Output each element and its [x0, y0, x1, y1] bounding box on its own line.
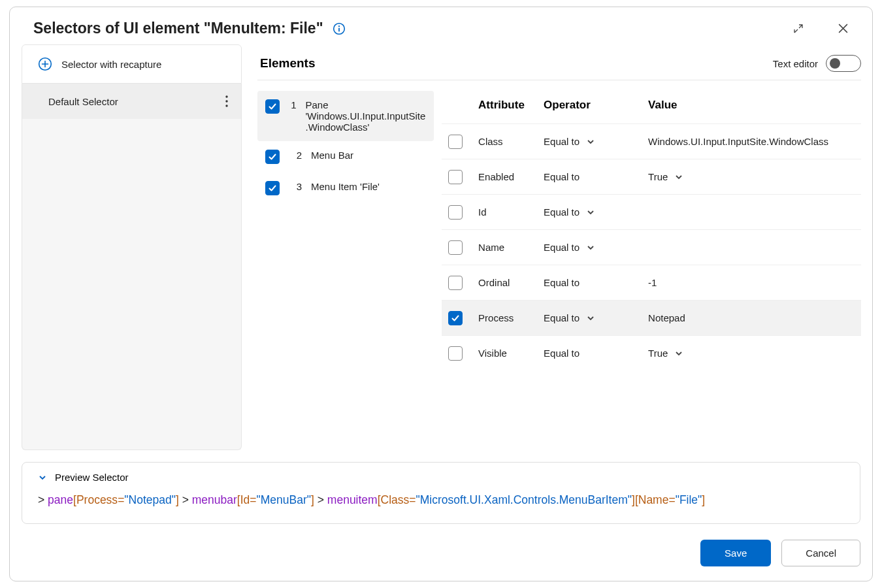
attribute-name: Name	[478, 242, 544, 253]
attribute-checkbox[interactable]	[448, 205, 463, 220]
more-vertical-icon[interactable]	[221, 94, 232, 108]
code-token-eq: =	[118, 493, 124, 506]
chevron-down-icon	[586, 208, 595, 217]
chevron-down-icon	[586, 243, 595, 252]
text-editor-label: Text editor	[773, 58, 818, 69]
chevron-down-icon	[586, 137, 595, 146]
plus-circle-icon	[38, 57, 52, 71]
attribute-name: Class	[478, 136, 544, 147]
code-token-op: >	[179, 493, 192, 506]
code-token-attr: Class	[381, 493, 410, 506]
attribute-checkbox[interactable]	[448, 170, 463, 184]
element-checkbox[interactable]	[265, 181, 280, 195]
element-row[interactable]: 1Pane 'Windows.UI.Input.InputSite.Window…	[257, 91, 434, 141]
attribute-row[interactable]: OrdinalEqual to-1	[442, 265, 861, 300]
preview-label: Preview Selector	[55, 472, 129, 483]
attribute-operator-dropdown[interactable]: Equal to	[544, 206, 648, 218]
col-operator: Operator	[544, 99, 648, 112]
element-row[interactable]: 3Menu Item 'File'	[257, 172, 434, 204]
info-icon[interactable]	[333, 22, 346, 35]
attribute-checkbox[interactable]	[448, 276, 463, 290]
element-label: Menu Item 'File'	[311, 181, 380, 192]
code-token-attr: Name	[638, 493, 669, 506]
attribute-checkbox[interactable]	[448, 240, 463, 255]
chevron-down-icon	[586, 314, 595, 323]
code-token-attr: Id	[240, 493, 250, 506]
chevron-down-icon	[674, 349, 683, 358]
attribute-checkbox[interactable]	[448, 135, 463, 149]
attribute-name: Enabled	[478, 171, 544, 182]
elements-heading: Elements	[260, 56, 315, 71]
attribute-row[interactable]: EnabledEqual toTrue	[442, 159, 861, 194]
attribute-row[interactable]: NameEqual to	[442, 229, 861, 265]
attribute-value[interactable]: -1	[648, 277, 828, 288]
chevron-down-icon	[674, 172, 683, 182]
col-value: Value	[648, 99, 828, 112]
save-button[interactable]: Save	[700, 540, 771, 566]
svg-point-5	[225, 100, 227, 102]
attribute-checkbox[interactable]	[448, 311, 463, 325]
chevron-down-icon	[38, 473, 47, 482]
code-token-op: >	[38, 493, 48, 506]
attribute-value-dropdown[interactable]: True	[648, 348, 828, 359]
element-label: Pane 'Windows.UI.Input.InputSite.WindowC…	[306, 99, 427, 133]
element-index: 3	[289, 181, 302, 192]
code-token-str: "File"	[676, 493, 702, 506]
close-icon[interactable]	[834, 19, 853, 38]
toggle-knob	[830, 58, 840, 69]
expand-icon[interactable]	[789, 20, 808, 38]
attribute-row[interactable]: VisibleEqual toTrue	[442, 335, 861, 370]
attribute-name: Id	[478, 206, 544, 218]
dialog-header: Selectors of UI element "MenuItem: File"	[10, 7, 872, 44]
selector-sidebar: Selector with recapture Default Selector	[22, 44, 242, 450]
element-row[interactable]: 2Menu Bar	[257, 141, 434, 172]
element-index: 2	[289, 150, 302, 161]
code-token-op: >	[314, 493, 327, 506]
attribute-operator-dropdown[interactable]: Equal to	[544, 171, 648, 182]
attribute-operator-dropdown[interactable]: Equal to	[544, 348, 648, 359]
code-token-el: menubar	[192, 493, 237, 506]
svg-point-1	[338, 25, 339, 27]
code-token-eq: =	[409, 493, 416, 506]
selector-item-label: Default Selector	[48, 96, 118, 107]
attribute-operator-dropdown[interactable]: Equal to	[544, 312, 648, 323]
code-token-attr: Process	[76, 493, 118, 506]
code-token-str: "MenuBar"	[257, 493, 311, 506]
selector-with-recapture-button[interactable]: Selector with recapture	[22, 44, 242, 84]
attribute-operator-dropdown[interactable]: Equal to	[544, 242, 648, 253]
element-checkbox[interactable]	[265, 99, 280, 114]
attribute-row[interactable]: ClassEqual toWindows.UI.Input.InputSite.…	[442, 123, 861, 159]
attribute-value-dropdown[interactable]: True	[648, 171, 828, 182]
main-panel: Elements Text editor 1Pane 'Windows.UI.I…	[242, 44, 869, 450]
attribute-row[interactable]: IdEqual to	[442, 194, 861, 229]
attribute-name: Process	[478, 312, 544, 323]
code-token-eq: =	[250, 493, 256, 506]
dialog-title: Selectors of UI element "MenuItem: File"	[33, 20, 323, 37]
col-attribute: Attribute	[478, 99, 544, 112]
cancel-button[interactable]: Cancel	[781, 540, 860, 566]
attribute-operator-dropdown[interactable]: Equal to	[544, 277, 648, 288]
code-token-str: "Notepad"	[124, 493, 176, 506]
elements-list: 1Pane 'Windows.UI.Input.InputSite.Window…	[257, 80, 442, 450]
element-checkbox[interactable]	[265, 150, 280, 164]
preview-toggle[interactable]: Preview Selector	[38, 472, 847, 483]
text-editor-toggle[interactable]	[826, 55, 861, 72]
svg-point-6	[225, 105, 227, 106]
code-token-el: menuitem	[327, 493, 378, 506]
attribute-row[interactable]: ProcessEqual toNotepad	[442, 300, 861, 335]
recapture-label: Selector with recapture	[61, 59, 161, 70]
element-label: Menu Bar	[311, 150, 353, 161]
attribute-checkbox[interactable]	[448, 346, 463, 361]
attribute-value[interactable]: Notepad	[648, 312, 828, 323]
svg-rect-2	[338, 27, 340, 31]
sidebar-item-selector[interactable]: Default Selector	[22, 84, 241, 119]
code-token-el: pane	[48, 493, 73, 506]
selector-list: Default Selector	[22, 84, 242, 450]
code-token-str: "Microsoft.UI.Xaml.Controls.MenuBarItem"	[416, 493, 632, 506]
attribute-value[interactable]: Windows.UI.Input.InputSite.WindowClass	[648, 136, 828, 147]
svg-point-4	[225, 95, 227, 97]
code-token-eq: =	[668, 493, 675, 506]
attributes-header-row: Attribute Operator Value	[442, 80, 861, 123]
attributes-table: Attribute Operator Value ClassEqual toWi…	[442, 80, 861, 450]
attribute-operator-dropdown[interactable]: Equal to	[544, 136, 648, 147]
